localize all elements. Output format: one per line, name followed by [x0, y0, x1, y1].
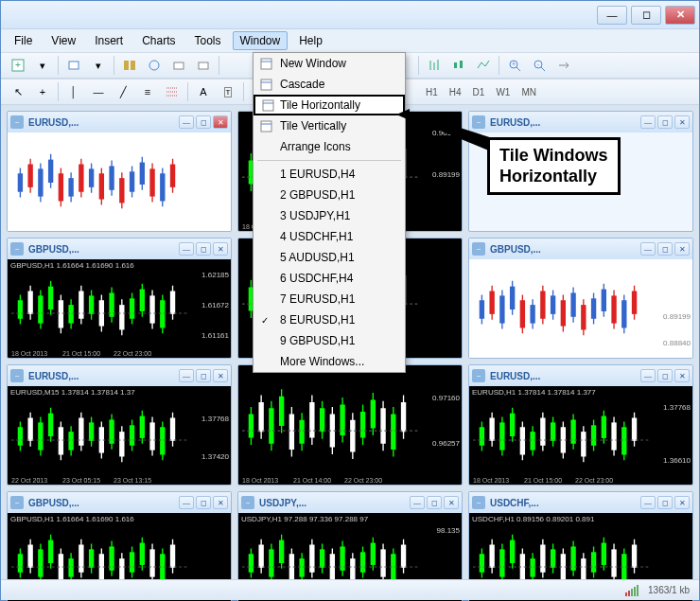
- cursor-icon[interactable]: ↖: [7, 81, 29, 102]
- text-icon[interactable]: A: [192, 81, 215, 102]
- close-button[interactable]: ✕: [665, 6, 695, 25]
- new-icon[interactable]: +: [7, 55, 29, 76]
- chart-max-button[interactable]: ◻: [657, 242, 673, 256]
- terminal-icon[interactable]: [167, 55, 190, 76]
- chart-max-button[interactable]: ◻: [196, 369, 211, 382]
- chart-window-6[interactable]: ~ EURUSD,... — ◻ ✕EURUSD,M15 1.37814 1.3…: [7, 364, 232, 486]
- dropdown-icon[interactable]: ▾: [31, 55, 54, 76]
- autoscroll-icon[interactable]: [552, 55, 575, 76]
- chart-min-button[interactable]: —: [640, 115, 656, 129]
- chart-max-button[interactable]: ◻: [427, 496, 442, 509]
- chart-window-7[interactable]: 0.971600.9625718 Oct 201321 Oct 14:0022 …: [237, 364, 463, 486]
- window-item-7[interactable]: ✓8 EURUSD,H1: [254, 309, 405, 330]
- minimize-button[interactable]: —: [597, 6, 627, 25]
- menu-item-cascade[interactable]: Cascade: [254, 74, 405, 95]
- chart-close-button[interactable]: ✕: [213, 369, 228, 382]
- menu-view[interactable]: View: [44, 31, 83, 50]
- chart-min-button[interactable]: —: [640, 496, 656, 509]
- svg-rect-289: [38, 549, 43, 576]
- chart-close-button[interactable]: ✕: [213, 496, 228, 509]
- chart-min-button[interactable]: —: [179, 115, 194, 129]
- candles-icon[interactable]: [447, 55, 470, 76]
- chart-icon: ~: [472, 496, 485, 509]
- zoom-in-icon[interactable]: +: [503, 55, 526, 76]
- hline-icon[interactable]: —: [87, 81, 110, 102]
- menu-item-new-window[interactable]: New Window: [254, 53, 405, 74]
- svg-rect-297: [79, 545, 83, 573]
- svg-rect-118: [170, 292, 175, 314]
- menu-item-arrange-icons[interactable]: Arrange Icons: [254, 136, 405, 157]
- chart-close-button[interactable]: ✕: [444, 496, 459, 509]
- chart-window-3[interactable]: ~ GBPUSD,... — ◻ ✕GBPUSD,H1 1.61664 1.61…: [7, 238, 232, 359]
- menu-help[interactable]: Help: [291, 31, 330, 50]
- bars-icon[interactable]: [423, 55, 446, 76]
- menu-item-tile-horizontally[interactable]: Tile Horizontally: [254, 95, 405, 115]
- svg-line-17: [541, 67, 545, 71]
- menu-charts[interactable]: Charts: [134, 31, 183, 50]
- window-item-5[interactable]: 6 USDCHF,H4: [254, 268, 405, 289]
- chart-icon: ~: [10, 369, 24, 382]
- svg-rect-377: [611, 549, 616, 576]
- window-item-3[interactable]: 4 USDCHF,H1: [254, 226, 405, 247]
- dropdown2-icon[interactable]: ▾: [87, 55, 110, 76]
- timeframe-MN[interactable]: MN: [516, 85, 542, 99]
- chart-min-button[interactable]: —: [179, 369, 194, 382]
- window-item-4[interactable]: 5 AUDUSD,H1: [254, 247, 405, 268]
- chart-max-button[interactable]: ◻: [196, 496, 211, 509]
- chart-close-button[interactable]: ✕: [674, 115, 690, 129]
- window-item-8[interactable]: 9 GBPUSD,H1: [254, 330, 405, 351]
- more-windows[interactable]: More Windows...: [254, 351, 405, 372]
- chart-max-button[interactable]: ◻: [657, 369, 673, 382]
- chart-close-button[interactable]: ✕: [674, 496, 690, 509]
- fibo-icon[interactable]: [161, 81, 184, 102]
- chart-close-button[interactable]: ✕: [674, 242, 690, 256]
- nav-icon[interactable]: [143, 55, 166, 76]
- market-watch-icon[interactable]: [118, 55, 141, 76]
- window-item-6[interactable]: 7 EURUSD,H1: [254, 289, 405, 309]
- svg-rect-198: [79, 418, 83, 446]
- channel-icon[interactable]: ≡: [136, 81, 159, 102]
- window-item-1[interactable]: 2 GBPUSD,H1: [254, 185, 405, 205]
- chart-window-8[interactable]: ~ EURUSD,... — ◻ ✕EURUSD,H1 1.37814 1.37…: [468, 364, 693, 486]
- chart-window-0[interactable]: ~ EURUSD,... — ◻ ✕: [7, 111, 232, 232]
- chart-max-button[interactable]: ◻: [196, 242, 211, 256]
- chart-close-button[interactable]: ✕: [213, 115, 228, 129]
- crosshair-icon[interactable]: +: [31, 81, 54, 102]
- line-icon[interactable]: [472, 55, 495, 76]
- svg-rect-219: [249, 415, 254, 438]
- chart-min-button[interactable]: —: [179, 496, 194, 509]
- menu-file[interactable]: File: [7, 31, 40, 50]
- chart-min-button[interactable]: —: [640, 242, 656, 256]
- menu-item-tile-vertically[interactable]: Tile Vertically: [254, 115, 405, 136]
- chart-close-button[interactable]: ✕: [674, 369, 690, 382]
- timeframe-D1[interactable]: D1: [467, 85, 491, 99]
- label-icon[interactable]: T: [217, 81, 239, 102]
- profiles-icon[interactable]: [62, 55, 85, 76]
- chart-max-button[interactable]: ◻: [196, 115, 211, 129]
- chart-min-button[interactable]: —: [410, 496, 425, 509]
- chart-max-button[interactable]: ◻: [657, 496, 673, 509]
- menu-tools[interactable]: Tools: [187, 31, 229, 50]
- menu-insert[interactable]: Insert: [87, 31, 131, 50]
- tester-icon[interactable]: [192, 55, 215, 76]
- chart-min-button[interactable]: —: [640, 369, 656, 382]
- chart-title: GBPUSD,...: [26, 498, 177, 508]
- chart-title: EURUSD,...: [487, 371, 639, 381]
- callout-line2: Horizontally: [499, 167, 608, 187]
- svg-rect-98: [68, 305, 73, 324]
- svg-rect-43: [119, 178, 124, 203]
- chart-max-button[interactable]: ◻: [657, 115, 673, 129]
- window-item-2[interactable]: 3 USDJPY,H1: [254, 205, 405, 226]
- timeframe-H4[interactable]: H4: [444, 85, 467, 99]
- menu-window[interactable]: Window: [233, 31, 289, 50]
- timeframe-W1[interactable]: W1: [490, 85, 516, 99]
- chart-window-5[interactable]: ~ GBPUSD,... — ◻ ✕0.891990.88840: [468, 238, 693, 359]
- trendline-icon[interactable]: ╱: [112, 81, 134, 102]
- maximize-button[interactable]: ◻: [631, 6, 661, 25]
- chart-min-button[interactable]: —: [179, 242, 194, 256]
- timeframe-H1[interactable]: H1: [420, 85, 444, 99]
- chart-close-button[interactable]: ✕: [213, 242, 228, 256]
- vline-icon[interactable]: │: [62, 81, 85, 102]
- zoom-out-icon[interactable]: -: [528, 55, 551, 76]
- window-item-0[interactable]: 1 EURUSD,H4: [254, 164, 405, 185]
